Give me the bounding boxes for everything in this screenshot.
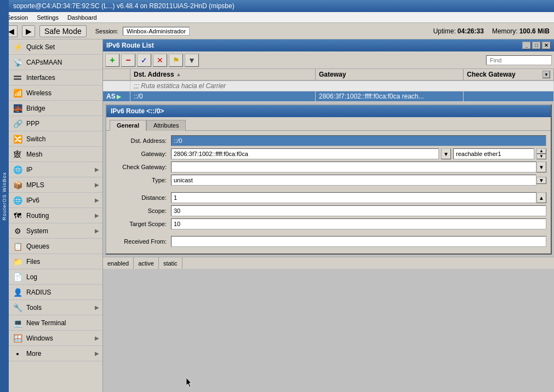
row-indicator: AS ▶: [103, 91, 130, 101]
received-from-row: Received From:: [111, 236, 546, 247]
uptime-section: Uptime: 04:26:33 Memory: 100.6 MiB: [433, 27, 550, 35]
gateway-input[interactable]: [171, 148, 439, 159]
files-icon: 📁: [12, 256, 23, 267]
radius-icon: 👤: [12, 287, 23, 298]
type-label: Type:: [111, 177, 171, 183]
sidebar-item-ppp[interactable]: 🔗 PPP: [9, 116, 102, 131]
nav-forward-button[interactable]: ▶: [22, 25, 35, 37]
mesh-icon: 🕸: [12, 149, 23, 160]
interfaces-icon: [12, 72, 23, 83]
sidebar-item-windows[interactable]: 🪟 Windows ▶: [9, 331, 102, 346]
sidebar-item-tools[interactable]: 🔧 Tools ▶: [9, 300, 102, 315]
memory-value: 100.6 MiB: [519, 27, 550, 35]
title-text: soporte@C4:AD:34:7E:92:5C (L...) v6.48.4…: [13, 2, 235, 10]
dialog-titlebar: IPv6 Route <::/0>: [106, 105, 551, 117]
table-row-data[interactable]: AS ▶ ::/0 2806:3f7:1002::ffff:f0ca:f0ca …: [103, 91, 554, 102]
log-icon: 📄: [12, 272, 23, 283]
ip-icon: 🌐: [12, 164, 23, 175]
sidebar-label-routing: Routing: [26, 212, 95, 220]
sort-arrow-dst: ▲: [176, 72, 181, 77]
type-inputs: ▼: [171, 175, 546, 186]
windows-icon: 🪟: [12, 333, 23, 344]
enable-button[interactable]: ✓: [137, 54, 151, 67]
sidebar-item-new-terminal[interactable]: 💻 New Terminal: [9, 315, 102, 331]
sidebar-item-mesh[interactable]: 🕸 Mesh: [9, 147, 102, 162]
check-gateway-input[interactable]: [171, 162, 536, 172]
sidebar-item-bridge[interactable]: 🌉 Bridge: [9, 101, 102, 116]
wireless-icon: 📶: [12, 88, 23, 99]
add-button[interactable]: +: [105, 54, 119, 67]
sidebar-item-radius[interactable]: 👤 RADIUS: [9, 285, 102, 300]
th-dst[interactable]: Dst. Address ▲: [130, 69, 316, 80]
gateway-reachable-arrows: ▲ ▼: [536, 148, 546, 159]
svg-rect-0: [14, 76, 21, 77]
distance-input[interactable]: [171, 192, 536, 203]
gateway-dropdown-button[interactable]: ▼: [441, 148, 451, 159]
sidebar-label-interfaces: Interfaces: [26, 74, 99, 82]
sidebar-item-wireless[interactable]: 📶 Wireless: [9, 85, 102, 101]
menu-settings[interactable]: Settings: [32, 13, 63, 22]
column-options-button[interactable]: ▼: [542, 71, 550, 78]
memory-label: Memory:: [492, 27, 518, 35]
sidebar-item-mpls[interactable]: 📦 MPLS ▶: [9, 177, 102, 193]
menu-dashboard[interactable]: Dashboard: [63, 13, 101, 22]
type-input[interactable]: [171, 175, 536, 186]
uptime-label: Uptime:: [433, 27, 455, 35]
dst-address-input[interactable]: [171, 135, 546, 146]
session-label: Session:: [95, 28, 118, 34]
sidebar-item-interfaces[interactable]: Interfaces: [9, 70, 102, 85]
type-dropdown-button[interactable]: ▼: [536, 177, 546, 184]
maximize-button[interactable]: □: [532, 42, 541, 49]
sidebar-label-windows: Windows: [26, 335, 95, 342]
sidebar-item-queues[interactable]: 📋 Queues: [9, 239, 102, 254]
received-from-input[interactable]: [171, 236, 546, 247]
th-gateway[interactable]: Gateway: [316, 69, 464, 80]
scope-input[interactable]: [171, 205, 546, 216]
sidebar-label-ip: IP: [26, 166, 95, 174]
switch-icon: 🔀: [12, 134, 23, 145]
toolbar-row: ◀ ▶ Safe Mode Session: Winbox-Administra…: [0, 23, 554, 39]
sidebar-label-ppp: PPP: [26, 120, 99, 128]
gateway-reachable-input[interactable]: [453, 148, 534, 159]
scope-label: Scope:: [111, 207, 171, 214]
sidebar-item-ip[interactable]: 🌐 IP ▶: [9, 162, 102, 177]
distance-up-button[interactable]: ▲: [536, 192, 546, 203]
sidebar-item-more[interactable]: ▪ More ▶: [9, 346, 102, 361]
sidebar-item-switch[interactable]: 🔀 Switch: [9, 131, 102, 147]
close-button[interactable]: ✕: [542, 42, 551, 49]
disable-button[interactable]: ✕: [153, 54, 167, 67]
flag-button[interactable]: ⚑: [169, 54, 183, 67]
sidebar-item-files[interactable]: 📁 Files: [9, 254, 102, 269]
sidebar-item-log[interactable]: 📄 Log: [9, 269, 102, 285]
tab-general[interactable]: General: [110, 120, 146, 131]
tab-attributes[interactable]: Attributes: [146, 120, 186, 131]
distance-label: Distance:: [111, 194, 171, 201]
reachable-up-button[interactable]: ▲: [536, 148, 546, 154]
comment-text: ;;; Ruta estática hacia el Carrier: [130, 81, 554, 91]
quick-set-icon: ⚡: [12, 42, 23, 53]
reachable-down-button[interactable]: ▼: [536, 154, 546, 159]
title-bar: 🖥 soporte@C4:AD:34:7E:92:5C (L...) v6.48…: [0, 0, 554, 12]
find-input[interactable]: [486, 55, 552, 65]
safe-mode-button[interactable]: Safe Mode: [39, 25, 87, 37]
target-scope-input[interactable]: [171, 218, 546, 229]
ipv6-icon: 🌐: [12, 195, 23, 206]
remove-button[interactable]: −: [121, 54, 135, 67]
table-header: Dst. Address ▲ Gateway Check Gateway ▼: [103, 69, 554, 81]
sidebar-item-capsman[interactable]: 📡 CAPsMAAN: [9, 55, 102, 70]
routeros-label: RouterOS WinBox: [0, 39, 9, 392]
sidebar-label-bridge: Bridge: [26, 105, 99, 112]
sidebar-label-more: More: [26, 350, 95, 358]
sidebar-item-routing[interactable]: 🗺 Routing ▶: [9, 208, 102, 223]
th-check-gw[interactable]: Check Gateway ▼: [464, 69, 554, 80]
gateway-inputs: ▼ ▲ ▼: [171, 148, 546, 159]
sidebar-item-system[interactable]: ⚙ System ▶: [9, 223, 102, 239]
minimize-button[interactable]: _: [522, 42, 531, 49]
sidebar-item-quick-set[interactable]: ⚡ Quick Set: [9, 39, 102, 55]
filter-button[interactable]: ▼: [185, 54, 199, 67]
mpls-icon: 📦: [12, 180, 23, 191]
check-gateway-dropdown-button[interactable]: ▼: [536, 162, 546, 172]
more-arrow: ▶: [95, 350, 99, 356]
sidebar-item-ipv6[interactable]: 🌐 IPv6 ▶: [9, 193, 102, 208]
dst-address-row: Dst. Address:: [111, 135, 546, 146]
